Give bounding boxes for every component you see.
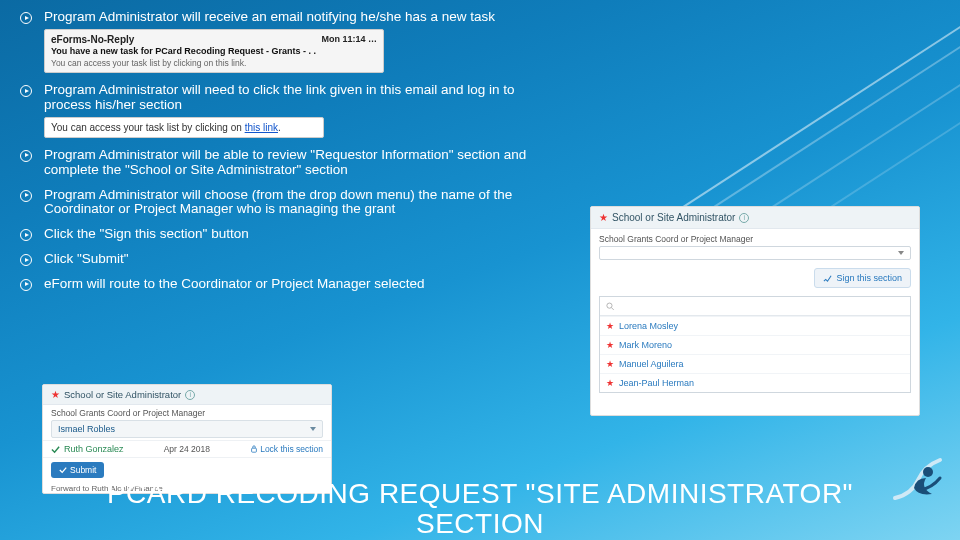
bullet-item: Program Administrator will choose (from … [14,188,564,218]
option-label: Manuel Aguilera [619,359,684,369]
slide: Program Administrator will receive an em… [0,0,960,540]
email-subject: You have a new task for PCard Recoding R… [51,46,377,57]
bullet-item: Click the "Sign this section" button [14,227,564,242]
bullet-item: Program Administrator will be able to re… [14,148,564,178]
svg-line-2 [611,307,613,309]
bullet-column: Program Administrator will receive an em… [14,10,564,302]
required-star-icon: ★ [599,212,608,223]
dropdown-option[interactable]: ★Manuel Aguilera [600,354,910,373]
bullet-item: Program Administrator will receive an em… [14,10,564,73]
sign-section-button[interactable]: Sign this section [814,268,911,288]
field-label: School Grants Coord or Project Manager [591,229,919,246]
link-text[interactable]: this link [245,122,278,133]
signature-row: Ruth Gonzalez Apr 24 2018 Lock this sect… [43,440,331,457]
panel-header-text: School or Site Administrator [64,389,181,400]
info-icon[interactable]: i [739,213,749,223]
field-label: School Grants Coord or Project Manager [43,405,331,418]
dropdown-option[interactable]: ★Lorena Mosley [600,316,910,335]
star-icon: ★ [606,321,614,331]
lock-section-button[interactable]: Lock this section [250,444,323,454]
svg-point-1 [607,303,612,308]
chevron-down-icon [310,427,316,431]
info-icon[interactable]: i [185,390,195,400]
logo [890,450,946,506]
search-icon [606,302,615,311]
submit-label: Submit [70,465,96,475]
dropdown-option[interactable]: ★Jean-Paul Herman [600,373,910,392]
coordinator-select[interactable] [599,246,911,260]
svg-rect-0 [252,448,257,452]
option-label: Jean-Paul Herman [619,378,694,388]
dropdown-search-input[interactable] [619,301,904,311]
dropdown-option[interactable]: ★Mark Moreno [600,335,910,354]
bullet-text: Click "Submit" [44,251,129,266]
bullet-text: Program Administrator will need to click… [44,82,514,112]
field-value: Ismael Robles [58,424,115,434]
bullet-text: eForm will route to the Coordinator or P… [44,276,424,291]
email-time: Mon 11:14 … [321,34,377,45]
email-screenshot: Mon 11:14 … eForms-No-Reply You have a n… [44,29,384,73]
bullet-list: Program Administrator will receive an em… [14,10,564,292]
star-icon: ★ [606,340,614,350]
signed-name: Ruth Gonzalez [64,444,124,454]
sign-row: Sign this section [591,260,919,296]
accent-line [681,20,960,228]
link-suffix: . [278,122,281,133]
panel-site-admin-select: ★ School or Site Administrator i School … [590,206,920,416]
slide-title: PCARD RECODING REQUEST "SITE ADMINISTRAT… [0,479,960,538]
panel-header: ★ School or Site Administrator i [591,207,919,229]
bullet-text: Program Administrator will be able to re… [44,147,526,177]
bullet-text: Click the "Sign this section" button [44,226,249,241]
submit-button[interactable]: Submit [51,462,104,478]
bullet-text: Program Administrator will choose (from … [44,187,512,217]
signed-check: Ruth Gonzalez [51,444,124,454]
bullet-item: Program Administrator will need to click… [14,83,564,138]
option-label: Mark Moreno [619,340,672,350]
coordinator-dropdown: ★Lorena Mosley ★Mark Moreno ★Manuel Agui… [599,296,911,393]
signed-date: Apr 24 2018 [164,444,210,454]
option-label: Lorena Mosley [619,321,678,331]
email-body: You can access your task list by clickin… [51,58,377,69]
svg-point-3 [923,467,933,477]
link-screenshot: You can access your task list by clickin… [44,117,324,138]
bullet-item: Click "Submit" [14,252,564,267]
lock-label: Lock this section [260,444,323,454]
star-icon: ★ [606,359,614,369]
panel-header: ★ School or Site Administrator i [43,385,331,405]
star-icon: ★ [606,378,614,388]
link-prefix: You can access your task list by clickin… [51,122,245,133]
bullet-item: eForm will route to the Coordinator or P… [14,277,564,292]
required-star-icon: ★ [51,389,60,400]
bullet-text: Program Administrator will receive an em… [44,9,495,24]
dropdown-search[interactable] [600,297,910,316]
sign-label: Sign this section [836,273,902,283]
panel-header-text: School or Site Administrator [612,212,735,223]
chevron-down-icon [898,251,904,255]
coordinator-field[interactable]: Ismael Robles [51,420,323,438]
